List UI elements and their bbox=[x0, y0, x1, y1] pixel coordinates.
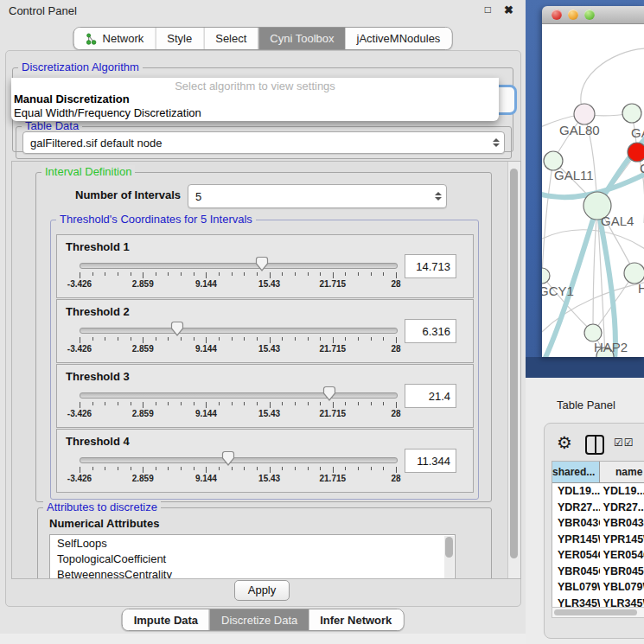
tab-network[interactable]: Network bbox=[74, 28, 156, 49]
threshold-value-field[interactable]: 14.713 bbox=[405, 254, 456, 278]
slider-tick bbox=[156, 467, 156, 470]
threshold-value-field[interactable]: 6.316 bbox=[405, 319, 456, 343]
settings-scroll-area: Interval Definition Number of Intervals … bbox=[11, 161, 521, 579]
threshold-value-field[interactable]: 21.4 bbox=[405, 384, 456, 408]
dropdown-item-manual-discretization[interactable]: Manual Discretization bbox=[14, 92, 130, 105]
settings-scrollbar-thumb[interactable] bbox=[510, 169, 518, 558]
interval-definition-group: Interval Definition Number of Intervals … bbox=[35, 172, 492, 502]
network-view[interactable]: GAL80GAGAL11CGAL4GCY1HHAP2 bbox=[542, 24, 644, 357]
slider-track[interactable] bbox=[80, 457, 398, 463]
slider-tick bbox=[270, 272, 271, 278]
minimize-traffic-light-icon[interactable] bbox=[568, 10, 578, 20]
slider-track[interactable] bbox=[80, 392, 398, 399]
slider-tick-label: 21.715 bbox=[307, 344, 359, 354]
column-layout-icon[interactable] bbox=[585, 435, 604, 455]
slider-tick bbox=[345, 402, 346, 405]
table-row[interactable]: YDR27...YDR27... bbox=[552, 500, 644, 516]
slider-tick bbox=[270, 467, 271, 473]
slider-tick bbox=[358, 402, 359, 405]
table-row[interactable]: YPR145WYPR145W bbox=[552, 532, 644, 548]
slider-tick-label: 2.859 bbox=[117, 344, 169, 354]
column-header-name[interactable]: name bbox=[600, 462, 644, 482]
table-row[interactable]: YDL19...YDL19... bbox=[552, 483, 644, 500]
apply-button[interactable]: Apply bbox=[234, 580, 290, 601]
slider-tick bbox=[308, 467, 309, 470]
attributes-scrollbar-thumb[interactable] bbox=[445, 537, 453, 558]
slider-tick bbox=[118, 467, 118, 470]
tab-jactivemnodules[interactable]: jActiveMNodules bbox=[346, 28, 452, 49]
network-node[interactable] bbox=[622, 104, 641, 123]
network-node[interactable] bbox=[628, 143, 644, 162]
table-horizontal-scrollbar-thumb[interactable] bbox=[554, 609, 637, 615]
tab-select[interactable]: Select bbox=[203, 28, 258, 49]
network-node[interactable] bbox=[584, 324, 602, 341]
tab-discretize-data[interactable]: Discretize Data bbox=[209, 609, 309, 630]
settings-scrollbar[interactable] bbox=[507, 162, 520, 578]
attribute-item[interactable]: SelfLoops bbox=[50, 535, 455, 551]
close-traffic-light-icon[interactable] bbox=[552, 10, 562, 20]
table-row[interactable]: YER054CYER054C bbox=[552, 547, 644, 564]
threshold-value-field[interactable]: 11.344 bbox=[405, 449, 456, 473]
column-header-shared-name[interactable]: shared... bbox=[552, 462, 600, 482]
table-row[interactable]: YBR045CYBR045C bbox=[552, 564, 644, 580]
checkbox-columns-icon[interactable]: ☑☑ bbox=[614, 437, 634, 449]
slider-track[interactable] bbox=[80, 263, 398, 269]
network-edge bbox=[542, 230, 644, 251]
attributes-scrollbar[interactable] bbox=[444, 536, 454, 578]
slider-tick bbox=[371, 402, 372, 405]
slider-tick-label: -3.426 bbox=[54, 409, 105, 418]
slider-tick bbox=[232, 272, 233, 276]
gear-icon[interactable]: ⚙ bbox=[557, 434, 572, 451]
slider-tick bbox=[270, 337, 271, 343]
slider-tick bbox=[333, 272, 334, 278]
slider-tick-label: 9.144 bbox=[180, 279, 232, 289]
float-window-icon[interactable]: □ bbox=[485, 3, 491, 16]
slider-handle[interactable] bbox=[255, 256, 269, 272]
close-icon[interactable]: ✖ bbox=[504, 3, 513, 16]
tab-label: Infer Network bbox=[320, 614, 392, 627]
slider-tick bbox=[118, 272, 118, 276]
slider-tick bbox=[105, 337, 105, 341]
tab-infer-network[interactable]: Infer Network bbox=[309, 609, 403, 630]
tab-cyni-toolbox[interactable]: Cyni Toolbox bbox=[258, 28, 345, 49]
slider-tick bbox=[131, 467, 131, 470]
tab-label: Network bbox=[103, 32, 144, 45]
attribute-item[interactable]: BetweennessCentrality bbox=[50, 566, 455, 579]
top-tab-bar: Network Style Select Cyni Toolbox jActiv… bbox=[73, 27, 453, 50]
cell-shared-name: YDR27... bbox=[552, 500, 600, 516]
network-edge bbox=[542, 161, 553, 276]
slider-tick-label: 28 bbox=[370, 279, 422, 289]
table-horizontal-scrollbar[interactable] bbox=[552, 607, 644, 618]
slider-tick bbox=[156, 337, 156, 341]
slider-tick-label: 28 bbox=[370, 344, 422, 354]
tab-style[interactable]: Style bbox=[155, 28, 203, 49]
table-row[interactable]: YBR043CYBR043C bbox=[552, 515, 644, 532]
zoom-traffic-light-icon[interactable] bbox=[584, 10, 595, 20]
slider-tick bbox=[270, 402, 271, 408]
number-of-intervals-combobox[interactable]: 5 bbox=[188, 184, 447, 208]
slider-tick bbox=[92, 337, 93, 341]
slider-tick bbox=[181, 402, 182, 405]
slider-handle[interactable] bbox=[322, 386, 336, 402]
network-node-label: GAL11 bbox=[554, 168, 594, 182]
threshold-label: Threshold 3 bbox=[66, 370, 130, 383]
slider-tick bbox=[257, 402, 258, 405]
slider-handle[interactable] bbox=[170, 321, 184, 337]
table-data-combobox[interactable]: galFiltered.sif default node bbox=[22, 131, 505, 154]
slider-tick bbox=[396, 467, 397, 473]
tab-impute-data[interactable]: Impute Data bbox=[123, 609, 209, 630]
dropdown-item-equal-width-frequency[interactable]: Equal Width/Frequency Discretization bbox=[14, 106, 201, 119]
slider-tick bbox=[118, 402, 118, 405]
attribute-item[interactable]: TopologicalCoefficient bbox=[50, 551, 455, 566]
numerical-attributes-list[interactable]: SelfLoopsTopologicalCoefficientBetweenne… bbox=[49, 534, 456, 579]
slider-tick bbox=[345, 467, 346, 470]
slider-tick bbox=[131, 402, 131, 405]
slider-track[interactable] bbox=[80, 328, 398, 334]
slider-tick bbox=[308, 337, 309, 341]
network-window-titlebar[interactable] bbox=[542, 6, 644, 24]
table-row[interactable]: YBL079WYBL079W bbox=[552, 579, 644, 596]
network-node[interactable] bbox=[574, 104, 595, 124]
slider-handle[interactable] bbox=[221, 450, 235, 467]
slider-tick bbox=[92, 467, 93, 470]
network-node[interactable] bbox=[542, 268, 550, 284]
